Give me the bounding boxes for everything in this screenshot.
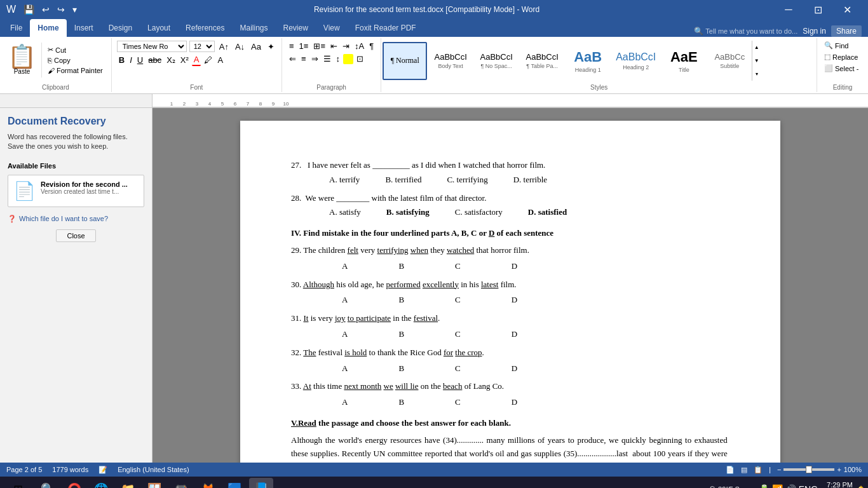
font-size-select[interactable]: 12 bbox=[189, 41, 215, 52]
save-qat-btn[interactable]: 💾 bbox=[21, 3, 37, 16]
search-taskbar-btn[interactable]: 🔍 bbox=[36, 478, 60, 488]
tab-references[interactable]: References bbox=[178, 19, 232, 37]
superscript-btn[interactable]: X² bbox=[179, 55, 191, 65]
tab-mailings[interactable]: Mailings bbox=[232, 19, 275, 37]
copy-btn[interactable]: ⎘ Copy bbox=[46, 56, 105, 65]
find-btn[interactable]: 🔍 Find bbox=[822, 41, 863, 50]
borders-btn[interactable]: ⊡ bbox=[355, 53, 365, 64]
change-case-btn[interactable]: Aa bbox=[249, 41, 263, 52]
font-group-label: Font bbox=[112, 84, 281, 91]
style-subtitle[interactable]: AaBbCc Subtitle bbox=[707, 42, 752, 80]
bullets-btn[interactable]: ≡ bbox=[287, 41, 296, 51]
restore-btn[interactable]: ⊡ bbox=[803, 0, 832, 19]
shading-btn[interactable] bbox=[343, 54, 353, 64]
customize-qat-btn[interactable]: ▾ bbox=[70, 3, 79, 16]
strikethrough-btn[interactable]: abc bbox=[146, 55, 163, 65]
numbering-btn[interactable]: 1≡ bbox=[297, 41, 311, 51]
file-card[interactable]: 📄 Revision for the second ... Version cr… bbox=[8, 175, 144, 207]
app1-btn[interactable]: 🟦 bbox=[222, 478, 247, 488]
word-taskbar-icon: 📘 bbox=[254, 482, 268, 488]
redo-qat-btn[interactable]: ↪ bbox=[55, 3, 67, 16]
zoom-in-btn[interactable]: + bbox=[837, 466, 841, 473]
game-btn[interactable]: 🎮 bbox=[169, 478, 193, 488]
italic-btn[interactable]: I bbox=[128, 55, 134, 65]
volume-icon[interactable]: 🔊 bbox=[785, 484, 796, 488]
style-normal[interactable]: ¶ Normal bbox=[383, 42, 427, 80]
firefox-btn[interactable]: 🦊 bbox=[196, 478, 220, 488]
system-icon1[interactable]: 🔋 bbox=[759, 484, 770, 488]
justify-btn[interactable]: ☰ bbox=[322, 53, 333, 64]
tab-home[interactable]: Home bbox=[30, 19, 66, 37]
style-heading2[interactable]: AaBbCcI Heading 2 bbox=[611, 42, 660, 80]
clear-formatting-btn[interactable]: ✦ bbox=[266, 41, 276, 52]
q32-choices: A B C D bbox=[291, 362, 729, 376]
notification-btn[interactable]: 🔔 bbox=[857, 485, 865, 489]
minimize-btn[interactable]: ─ bbox=[774, 0, 803, 19]
share-btn[interactable]: Share bbox=[831, 25, 862, 37]
text-color-btn[interactable]: A bbox=[215, 55, 225, 65]
network-icon[interactable]: 📶 bbox=[772, 484, 783, 488]
zoom-out-btn[interactable]: − bbox=[777, 466, 781, 473]
styles-gallery: ¶ Normal AaBbCcI Body Text AaBbCcI ¶ No … bbox=[383, 41, 752, 81]
undo-qat-btn[interactable]: ↩ bbox=[39, 3, 52, 16]
format-painter-btn[interactable]: 🖌 Format Painter bbox=[46, 66, 105, 75]
tab-foxit[interactable]: Foxit Reader PDF bbox=[348, 19, 424, 37]
multilevel-btn[interactable]: ⊞≡ bbox=[311, 41, 327, 51]
shrink-font-btn[interactable]: A↓ bbox=[233, 41, 247, 52]
close-btn[interactable]: ✕ bbox=[832, 0, 862, 19]
zoom-slider[interactable] bbox=[783, 468, 834, 471]
which-file-link[interactable]: ❓ Which file do I want to save? bbox=[8, 215, 144, 223]
paste-btn[interactable]: 📋 Paste bbox=[3, 43, 42, 78]
cut-btn[interactable]: ✂ Cut bbox=[46, 45, 105, 55]
style-heading1-preview: AaB bbox=[574, 49, 602, 65]
align-center-btn[interactable]: ≡ bbox=[299, 53, 308, 64]
subscript-btn[interactable]: X₂ bbox=[165, 55, 177, 65]
styles-scroll[interactable]: ▲ ▼ ▾ bbox=[752, 41, 761, 81]
increase-indent-btn[interactable]: ⇥ bbox=[341, 41, 351, 51]
doc-content[interactable]: 27. I have never felt as _________ as I … bbox=[153, 108, 868, 463]
tab-view[interactable]: View bbox=[316, 19, 348, 37]
word-taskbar-btn[interactable]: 📘 bbox=[249, 478, 273, 488]
align-left-btn[interactable]: ⇐ bbox=[287, 53, 298, 64]
line-spacing-btn[interactable]: ↕ bbox=[334, 53, 342, 64]
tab-design[interactable]: Design bbox=[101, 19, 140, 37]
search-bar[interactable]: 🔍 Tell me what you want to do... bbox=[694, 27, 797, 36]
style-body-text[interactable]: AaBbCcI Body Text bbox=[428, 42, 473, 80]
store-btn[interactable]: 🪟 bbox=[142, 478, 166, 488]
replace-btn[interactable]: ⬚ Replace bbox=[822, 52, 863, 62]
tab-file[interactable]: File bbox=[3, 19, 30, 37]
close-sidebar-btn[interactable]: Close bbox=[56, 229, 95, 242]
read-view-btn[interactable]: ▤ bbox=[741, 466, 747, 474]
scroll-down-btn[interactable]: ▼ bbox=[752, 54, 761, 67]
bold-btn[interactable]: B bbox=[117, 55, 126, 65]
doc-view-btn[interactable]: 📄 bbox=[726, 466, 735, 474]
font-color-btn[interactable]: A bbox=[192, 54, 201, 66]
font-family-select[interactable]: Times New Ro bbox=[117, 41, 187, 52]
decrease-indent-btn[interactable]: ⇤ bbox=[329, 41, 339, 51]
grow-font-btn[interactable]: A↑ bbox=[217, 41, 231, 52]
edge-btn[interactable]: 🌐 bbox=[89, 478, 113, 488]
task-view-btn[interactable]: ⭕ bbox=[62, 478, 86, 488]
start-btn[interactable]: ⊞ bbox=[3, 478, 33, 488]
style-no-spacing[interactable]: AaBbCcI ¶ No Spac... bbox=[474, 42, 519, 80]
scroll-more-btn[interactable]: ▾ bbox=[752, 67, 761, 81]
tab-insert[interactable]: Insert bbox=[67, 19, 101, 37]
underline-btn[interactable]: U bbox=[135, 55, 145, 65]
style-title[interactable]: AaE Title bbox=[661, 42, 706, 80]
scroll-up-btn[interactable]: ▲ bbox=[752, 41, 761, 54]
tab-review[interactable]: Review bbox=[275, 19, 315, 37]
store-icon: 🪟 bbox=[147, 482, 161, 488]
select-btn[interactable]: ⬜ Select - bbox=[822, 64, 863, 73]
show-hide-btn[interactable]: ¶ bbox=[367, 41, 376, 51]
tab-layout[interactable]: Layout bbox=[140, 19, 178, 37]
style-table-pa[interactable]: AaBbCcI ¶ Table Pa... bbox=[520, 42, 564, 80]
align-right-btn[interactable]: ⇒ bbox=[309, 53, 320, 64]
sign-in-btn[interactable]: Sign in bbox=[803, 27, 826, 36]
highlight-btn[interactable]: 🖊 bbox=[202, 55, 214, 65]
lang-indicator[interactable]: ENG bbox=[799, 484, 818, 488]
explorer-btn[interactable]: 📁 bbox=[116, 478, 140, 488]
style-heading1[interactable]: AaB Heading 1 bbox=[566, 42, 610, 80]
taskbar-time[interactable]: 7:29 PM 6/29/2021 bbox=[822, 480, 853, 488]
sort-btn[interactable]: ↕A bbox=[353, 41, 366, 51]
web-view-btn[interactable]: 📋 bbox=[754, 466, 763, 474]
